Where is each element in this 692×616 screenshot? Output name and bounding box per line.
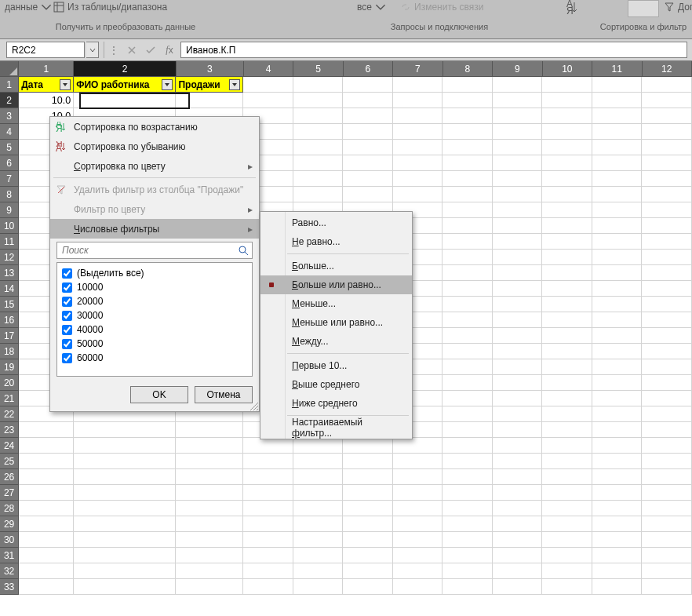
cell[interactable] <box>493 422 543 438</box>
cell[interactable] <box>493 108 543 124</box>
cell[interactable] <box>74 422 176 438</box>
cell[interactable] <box>393 532 443 548</box>
cell[interactable] <box>542 171 592 187</box>
cell[interactable] <box>243 454 293 469</box>
cell[interactable] <box>443 328 493 344</box>
cell[interactable] <box>592 187 643 202</box>
cell[interactable] <box>74 438 176 454</box>
column-header[interactable]: 7 <box>393 61 443 77</box>
cell[interactable] <box>592 422 643 438</box>
cell[interactable] <box>642 155 692 171</box>
cell[interactable] <box>592 375 643 391</box>
cell[interactable] <box>542 579 592 595</box>
row-header[interactable]: 18 <box>0 344 19 359</box>
cell[interactable] <box>74 93 176 108</box>
cell[interactable] <box>443 187 493 202</box>
cell[interactable] <box>443 108 493 124</box>
filter-dropdown-icon[interactable] <box>229 79 240 90</box>
cell[interactable] <box>343 485 393 501</box>
filter-value-item[interactable]: 40000 <box>62 323 247 337</box>
cell[interactable] <box>592 218 643 234</box>
row-header[interactable]: 14 <box>0 281 19 297</box>
cell[interactable] <box>592 501 643 516</box>
cell[interactable] <box>493 155 543 171</box>
sort-az-icon[interactable]: AЯ <box>565 0 579 16</box>
cell[interactable] <box>243 563 293 579</box>
cell[interactable] <box>293 454 344 469</box>
cell[interactable] <box>393 77 443 93</box>
cell[interactable] <box>176 532 243 548</box>
cell[interactable] <box>293 155 344 171</box>
row-header[interactable]: 16 <box>0 312 19 328</box>
cell[interactable] <box>542 485 592 501</box>
submenu-above-avg[interactable]: Выше среднего <box>260 375 412 394</box>
checkbox[interactable] <box>62 282 72 293</box>
cell[interactable] <box>542 297 592 312</box>
cell[interactable] <box>493 124 543 140</box>
cell[interactable] <box>592 469 643 485</box>
cell[interactable] <box>443 124 493 140</box>
ribbon-btn-more[interactable]: Доп <box>664 2 692 13</box>
row-header[interactable]: 26 <box>0 469 19 485</box>
cell[interactable] <box>642 234 692 250</box>
cell[interactable] <box>443 501 493 516</box>
cell[interactable] <box>592 563 643 579</box>
row-header[interactable]: 23 <box>0 422 19 438</box>
cell[interactable] <box>393 548 443 563</box>
cell[interactable] <box>443 202 493 218</box>
resize-grip-icon[interactable] <box>249 401 258 410</box>
cell[interactable] <box>542 281 592 297</box>
cell[interactable] <box>493 312 543 328</box>
cell[interactable] <box>592 297 643 312</box>
cell[interactable] <box>443 422 493 438</box>
row-header[interactable]: 1 <box>0 77 19 93</box>
cell[interactable] <box>443 155 493 171</box>
checkbox[interactable] <box>62 325 72 335</box>
cell[interactable]: 10.0 <box>19 93 74 108</box>
cell[interactable] <box>542 454 592 469</box>
cell[interactable] <box>393 516 443 532</box>
cell[interactable] <box>592 328 643 344</box>
cell[interactable] <box>393 563 443 579</box>
row-header[interactable]: 9 <box>0 202 19 218</box>
cell[interactable] <box>642 438 692 454</box>
cell[interactable] <box>243 485 293 501</box>
cell[interactable] <box>443 359 493 375</box>
cell[interactable] <box>176 548 243 563</box>
cell[interactable] <box>443 548 493 563</box>
filter-values-list[interactable]: (Выделить все) 1000020000300004000050000… <box>56 262 253 377</box>
cell[interactable] <box>443 140 493 155</box>
cell[interactable] <box>343 469 393 485</box>
submenu-top10[interactable]: Первые 10... <box>260 356 412 375</box>
row-header[interactable]: 33 <box>0 579 19 595</box>
checkbox[interactable] <box>62 297 72 307</box>
checkbox[interactable] <box>62 311 72 321</box>
row-header[interactable]: 13 <box>0 265 19 281</box>
row-header[interactable]: 21 <box>0 391 19 406</box>
cell[interactable] <box>592 93 643 108</box>
cell[interactable] <box>343 187 393 202</box>
column-header[interactable]: 10 <box>543 61 592 77</box>
cell[interactable] <box>642 391 692 406</box>
cell[interactable] <box>642 281 692 297</box>
filter-dropdown-icon[interactable] <box>60 79 71 90</box>
cell[interactable] <box>592 548 643 563</box>
cell[interactable] <box>542 359 592 375</box>
cell[interactable] <box>493 391 543 406</box>
table-header-date[interactable]: Дата <box>19 77 74 93</box>
cell[interactable] <box>642 312 692 328</box>
cell[interactable] <box>642 469 692 485</box>
cell[interactable] <box>642 265 692 281</box>
cell[interactable] <box>493 563 543 579</box>
cell[interactable] <box>642 297 692 312</box>
cell[interactable] <box>243 469 293 485</box>
cell[interactable] <box>642 187 692 202</box>
row-header[interactable]: 11 <box>0 234 19 250</box>
cell[interactable] <box>19 422 74 438</box>
filter-select-all[interactable]: (Выделить все) <box>62 266 247 280</box>
cell[interactable] <box>592 532 643 548</box>
submenu-between[interactable]: Между... <box>260 332 412 351</box>
cell[interactable] <box>19 516 74 532</box>
cell[interactable] <box>293 501 344 516</box>
cell[interactable] <box>493 77 543 93</box>
